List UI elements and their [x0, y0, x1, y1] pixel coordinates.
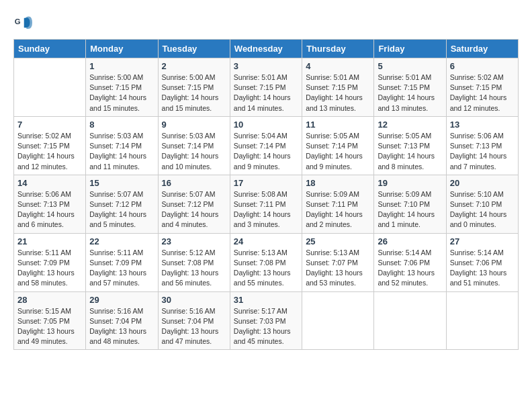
- day-info: Sunrise: 5:11 AM Sunset: 7:09 PM Dayligh…: [89, 248, 154, 289]
- calendar-cell: 18Sunrise: 5:09 AM Sunset: 7:11 PM Dayli…: [302, 175, 374, 233]
- svg-text:G: G: [15, 17, 21, 26]
- calendar-table: SundayMondayTuesdayWednesdayThursdayFrid…: [13, 39, 519, 350]
- page-header: G: [13, 13, 519, 32]
- day-number: 19: [378, 178, 442, 188]
- day-info: Sunrise: 5:16 AM Sunset: 7:04 PM Dayligh…: [89, 306, 154, 347]
- calendar-header: SundayMondayTuesdayWednesdayThursdayFrid…: [14, 40, 519, 58]
- day-info: Sunrise: 5:07 AM Sunset: 7:12 PM Dayligh…: [162, 189, 226, 230]
- day-number: 16: [162, 178, 226, 188]
- calendar-cell: 3Sunrise: 5:01 AM Sunset: 7:15 PM Daylig…: [230, 58, 302, 117]
- calendar-week-row: 28Sunrise: 5:15 AM Sunset: 7:05 PM Dayli…: [14, 291, 519, 350]
- day-info: Sunrise: 5:02 AM Sunset: 7:15 PM Dayligh…: [450, 73, 515, 113]
- calendar-cell: 15Sunrise: 5:07 AM Sunset: 7:12 PM Dayli…: [86, 175, 158, 233]
- day-info: Sunrise: 5:06 AM Sunset: 7:13 PM Dayligh…: [17, 189, 82, 230]
- day-info: Sunrise: 5:00 AM Sunset: 7:15 PM Dayligh…: [89, 73, 154, 113]
- calendar-cell: 5Sunrise: 5:01 AM Sunset: 7:15 PM Daylig…: [374, 58, 446, 117]
- day-number: 22: [89, 236, 154, 246]
- calendar-cell: 22Sunrise: 5:11 AM Sunset: 7:09 PM Dayli…: [86, 233, 158, 291]
- day-info: Sunrise: 5:04 AM Sunset: 7:14 PM Dayligh…: [234, 131, 298, 172]
- day-number: 31: [234, 295, 298, 305]
- day-info: Sunrise: 5:07 AM Sunset: 7:12 PM Dayligh…: [89, 189, 154, 230]
- day-info: Sunrise: 5:02 AM Sunset: 7:15 PM Dayligh…: [17, 131, 82, 172]
- calendar-cell: 30Sunrise: 5:16 AM Sunset: 7:04 PM Dayli…: [158, 291, 230, 350]
- day-info: Sunrise: 5:01 AM Sunset: 7:15 PM Dayligh…: [378, 73, 442, 113]
- calendar-body: 1Sunrise: 5:00 AM Sunset: 7:15 PM Daylig…: [14, 58, 519, 350]
- calendar-cell: 14Sunrise: 5:06 AM Sunset: 7:13 PM Dayli…: [14, 175, 86, 233]
- calendar-cell: [302, 291, 374, 350]
- calendar-cell: 12Sunrise: 5:05 AM Sunset: 7:13 PM Dayli…: [374, 116, 446, 175]
- day-number: 3: [234, 61, 298, 71]
- weekday-header: Sunday: [14, 40, 86, 58]
- day-number: 9: [162, 120, 226, 130]
- day-number: 27: [450, 236, 515, 246]
- day-info: Sunrise: 5:03 AM Sunset: 7:14 PM Dayligh…: [162, 131, 226, 172]
- calendar-cell: 23Sunrise: 5:12 AM Sunset: 7:08 PM Dayli…: [158, 233, 230, 291]
- day-info: Sunrise: 5:14 AM Sunset: 7:06 PM Dayligh…: [450, 248, 515, 289]
- calendar-cell: 4Sunrise: 5:01 AM Sunset: 7:15 PM Daylig…: [302, 58, 374, 117]
- day-number: 11: [306, 120, 370, 130]
- calendar-cell: 21Sunrise: 5:11 AM Sunset: 7:09 PM Dayli…: [14, 233, 86, 291]
- calendar-cell: [446, 291, 518, 350]
- day-info: Sunrise: 5:15 AM Sunset: 7:05 PM Dayligh…: [17, 306, 82, 347]
- calendar-cell: 13Sunrise: 5:06 AM Sunset: 7:13 PM Dayli…: [446, 116, 518, 175]
- calendar-week-row: 21Sunrise: 5:11 AM Sunset: 7:09 PM Dayli…: [14, 233, 519, 291]
- day-info: Sunrise: 5:13 AM Sunset: 7:08 PM Dayligh…: [234, 248, 298, 289]
- day-info: Sunrise: 5:03 AM Sunset: 7:14 PM Dayligh…: [89, 131, 154, 172]
- logo-icon: G: [13, 13, 32, 32]
- day-info: Sunrise: 5:12 AM Sunset: 7:08 PM Dayligh…: [162, 248, 226, 289]
- calendar-cell: 8Sunrise: 5:03 AM Sunset: 7:14 PM Daylig…: [86, 116, 158, 175]
- calendar-cell: 1Sunrise: 5:00 AM Sunset: 7:15 PM Daylig…: [86, 58, 158, 117]
- day-info: Sunrise: 5:01 AM Sunset: 7:15 PM Dayligh…: [306, 73, 370, 113]
- day-number: 6: [450, 61, 515, 71]
- day-number: 18: [306, 178, 370, 188]
- calendar-week-row: 7Sunrise: 5:02 AM Sunset: 7:15 PM Daylig…: [14, 116, 519, 175]
- day-info: Sunrise: 5:05 AM Sunset: 7:13 PM Dayligh…: [378, 131, 442, 172]
- day-number: 25: [306, 236, 370, 246]
- logo: G: [13, 13, 35, 32]
- day-number: 1: [89, 61, 154, 71]
- weekday-header: Wednesday: [230, 40, 302, 58]
- calendar-cell: 9Sunrise: 5:03 AM Sunset: 7:14 PM Daylig…: [158, 116, 230, 175]
- day-number: 8: [89, 120, 154, 130]
- calendar-cell: 20Sunrise: 5:10 AM Sunset: 7:10 PM Dayli…: [446, 175, 518, 233]
- day-number: 15: [89, 178, 154, 188]
- calendar-cell: 2Sunrise: 5:00 AM Sunset: 7:15 PM Daylig…: [158, 58, 230, 117]
- calendar-cell: 28Sunrise: 5:15 AM Sunset: 7:05 PM Dayli…: [14, 291, 86, 350]
- calendar-cell: 11Sunrise: 5:05 AM Sunset: 7:14 PM Dayli…: [302, 116, 374, 175]
- day-number: 10: [234, 120, 298, 130]
- calendar-cell: 19Sunrise: 5:09 AM Sunset: 7:10 PM Dayli…: [374, 175, 446, 233]
- day-number: 13: [450, 120, 515, 130]
- day-info: Sunrise: 5:11 AM Sunset: 7:09 PM Dayligh…: [17, 248, 82, 289]
- day-info: Sunrise: 5:14 AM Sunset: 7:06 PM Dayligh…: [378, 248, 442, 289]
- day-info: Sunrise: 5:01 AM Sunset: 7:15 PM Dayligh…: [234, 73, 298, 113]
- calendar-cell: 25Sunrise: 5:13 AM Sunset: 7:07 PM Dayli…: [302, 233, 374, 291]
- calendar-cell: 17Sunrise: 5:08 AM Sunset: 7:11 PM Dayli…: [230, 175, 302, 233]
- day-number: 20: [450, 178, 515, 188]
- day-info: Sunrise: 5:16 AM Sunset: 7:04 PM Dayligh…: [162, 306, 226, 347]
- day-number: 7: [17, 120, 82, 130]
- day-number: 23: [162, 236, 226, 246]
- day-info: Sunrise: 5:17 AM Sunset: 7:03 PM Dayligh…: [234, 306, 298, 347]
- weekday-header: Thursday: [302, 40, 374, 58]
- day-info: Sunrise: 5:09 AM Sunset: 7:11 PM Dayligh…: [306, 189, 370, 230]
- day-number: 14: [17, 178, 82, 188]
- day-number: 26: [378, 236, 442, 246]
- day-number: 17: [234, 178, 298, 188]
- calendar-cell: 24Sunrise: 5:13 AM Sunset: 7:08 PM Dayli…: [230, 233, 302, 291]
- day-number: 24: [234, 236, 298, 246]
- day-number: 5: [378, 61, 442, 71]
- weekday-header: Tuesday: [158, 40, 230, 58]
- day-number: 29: [89, 295, 154, 305]
- day-number: 12: [378, 120, 442, 130]
- day-info: Sunrise: 5:13 AM Sunset: 7:07 PM Dayligh…: [306, 248, 370, 289]
- calendar-week-row: 14Sunrise: 5:06 AM Sunset: 7:13 PM Dayli…: [14, 175, 519, 233]
- calendar-cell: 7Sunrise: 5:02 AM Sunset: 7:15 PM Daylig…: [14, 116, 86, 175]
- day-number: 21: [17, 236, 82, 246]
- day-info: Sunrise: 5:10 AM Sunset: 7:10 PM Dayligh…: [450, 189, 515, 230]
- weekday-header: Monday: [86, 40, 158, 58]
- weekday-row: SundayMondayTuesdayWednesdayThursdayFrid…: [14, 40, 519, 58]
- weekday-header: Friday: [374, 40, 446, 58]
- day-info: Sunrise: 5:08 AM Sunset: 7:11 PM Dayligh…: [234, 189, 298, 230]
- calendar-cell: 26Sunrise: 5:14 AM Sunset: 7:06 PM Dayli…: [374, 233, 446, 291]
- calendar-cell: 29Sunrise: 5:16 AM Sunset: 7:04 PM Dayli…: [86, 291, 158, 350]
